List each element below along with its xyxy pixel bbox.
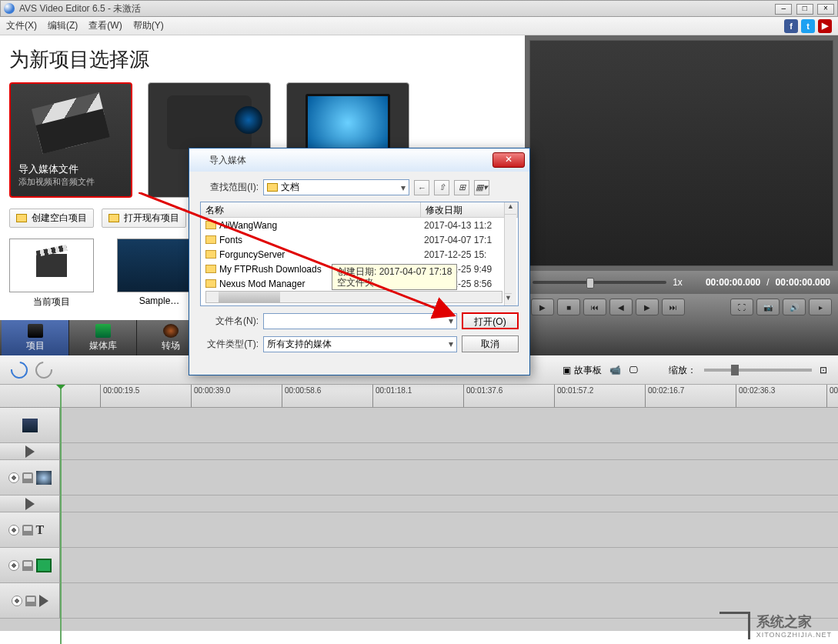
file-list-header[interactable]: 名称 修改日期	[201, 202, 518, 218]
next-frame-button[interactable]: ⏭	[662, 299, 685, 315]
tab-label: 转场	[162, 339, 180, 352]
app-icon	[4, 3, 15, 14]
lock-icon[interactable]	[22, 560, 33, 571]
tab-media-library[interactable]: 媒体库	[69, 320, 137, 355]
undo-button[interactable]	[8, 359, 32, 382]
more-button[interactable]: ▸	[809, 299, 832, 315]
ruler-mark: 00:00:58.6	[282, 385, 321, 407]
redo-button[interactable]	[32, 359, 56, 382]
ruler-mark: 00:02:36.3	[736, 385, 775, 407]
stop-button[interactable]: ■	[557, 299, 580, 315]
filetype-select[interactable]: 所有支持的媒体	[263, 336, 457, 352]
minimize-button[interactable]: –	[775, 4, 792, 15]
time-sep: /	[766, 277, 769, 288]
folder-icon	[16, 214, 27, 222]
fullscreen-button[interactable]: ⛶	[730, 299, 753, 315]
lock-icon[interactable]	[22, 525, 33, 536]
label: 故事板	[574, 364, 602, 377]
folder-icon	[205, 235, 216, 244]
zoom-slider[interactable]	[704, 369, 812, 372]
tooltip: 创建日期: 2017-04-07 17:18 空文件夹	[332, 264, 457, 290]
storyboard-toggle[interactable]: ▣ 故事板	[563, 364, 602, 377]
folder-icon	[267, 183, 278, 192]
eye-icon[interactable]	[8, 472, 19, 483]
lock-icon[interactable]	[25, 596, 36, 606]
zoom-label: 缩放：	[669, 364, 696, 377]
file-row[interactable]: Fonts2017-04-07 17:1	[201, 232, 518, 247]
file-name: AliWangWang	[219, 220, 277, 231]
card-import-subtitle: 添加视频和音频文件	[18, 176, 123, 188]
timeline-tracks: T	[0, 408, 838, 631]
new-folder-button[interactable]: ⊞	[454, 180, 469, 195]
social-icons: f t ▶	[784, 19, 832, 33]
volume-button[interactable]: 🔊	[783, 299, 806, 315]
zoom-fit-button[interactable]: ⊡	[820, 365, 827, 375]
speaker-icon	[25, 445, 35, 458]
btn-open-existing-project[interactable]: 打开现有项目	[102, 209, 186, 228]
speaker-icon	[25, 498, 35, 510]
scope-select[interactable]: 文档	[263, 179, 409, 195]
btn-create-blank-project[interactable]: 创建空白项目	[9, 209, 94, 228]
prev-frame-button[interactable]: ⏮	[583, 299, 606, 315]
close-button[interactable]: ×	[817, 4, 834, 15]
filename-input[interactable]	[263, 313, 457, 329]
menu-file[interactable]: 文件(X)	[6, 19, 37, 32]
ruler-mark: 00:00:39.0	[191, 385, 230, 407]
timeline-ruler[interactable]: 00:00:19.500:00:39.000:00:58.600:01:18.1…	[0, 385, 838, 408]
menu-view[interactable]: 查看(W)	[88, 19, 122, 32]
eye-icon[interactable]	[8, 560, 19, 571]
tab-project[interactable]: 项目	[2, 320, 69, 355]
file-row[interactable]: ForguncyServer2017-12-25 15:	[201, 247, 518, 262]
facebook-icon[interactable]: f	[784, 19, 798, 33]
webcam-icon[interactable]: 📹	[609, 365, 621, 375]
up-button[interactable]: ⇧	[434, 180, 449, 195]
menu-edit[interactable]: 编辑(Z)	[48, 19, 78, 32]
menu-help[interactable]: 帮助(Y)	[133, 19, 164, 32]
track-audio	[0, 583, 838, 619]
screen-icon[interactable]: 🖵	[629, 365, 638, 375]
file-name: My FTPRush Downloads	[219, 264, 322, 275]
step-fwd-button[interactable]: ▶	[636, 299, 659, 315]
twitter-icon[interactable]: t	[801, 19, 815, 33]
dialog-close-button[interactable]: ✕	[492, 152, 525, 168]
file-row[interactable]: AliWangWang2017-04-13 11:2	[201, 218, 518, 232]
dialog-title: 导入媒体	[209, 154, 246, 167]
menu-bar: 文件(X) 编辑(Z) 查看(W) 帮助(Y) f t ▶	[0, 17, 838, 35]
clapper-icon	[32, 92, 110, 154]
preview-speed-bar: 1x 00:00:00.000 / 00:00:00.000	[525, 271, 838, 294]
maximize-button[interactable]: □	[796, 4, 813, 15]
dialog-title-bar[interactable]: 导入媒体 ✕	[189, 148, 529, 172]
step-back-button[interactable]: ◀	[609, 299, 633, 315]
h-scrollbar[interactable]	[205, 291, 502, 303]
speed-label: 1x	[673, 277, 683, 288]
card-import-media[interactable]: 导入媒体文件 添加视频和音频文件	[9, 82, 132, 198]
import-media-dialog: 导入媒体 ✕ 查找范围(I): 文档 ← ⇧ ⊞ ▦▾ 名称 修改日期 AliW…	[189, 148, 530, 375]
playhead[interactable]	[60, 385, 62, 644]
play-button[interactable]: ▶	[531, 299, 554, 315]
eye-icon[interactable]	[8, 525, 19, 536]
eye-icon[interactable]	[12, 596, 22, 606]
tab-label: 媒体库	[89, 339, 117, 352]
lock-icon[interactable]	[22, 472, 33, 483]
watermark-logo-icon	[719, 612, 750, 639]
source-heading: 为新项目选择源	[9, 46, 516, 73]
open-button[interactable]: 打开(O)	[462, 312, 519, 329]
text-track-icon: T	[36, 523, 52, 537]
window-buttons: – □ ×	[773, 2, 834, 15]
v-scrollbar[interactable]: ▲▼	[504, 202, 516, 305]
transition-icon	[163, 324, 179, 338]
back-button[interactable]: ←	[414, 180, 429, 195]
col-name[interactable]: 名称	[201, 202, 421, 217]
track-audio-attached	[0, 443, 838, 460]
folder-icon	[205, 265, 216, 273]
file-date: 2017-04-13 11:2	[424, 220, 492, 231]
snapshot-button[interactable]: 📷	[756, 299, 780, 315]
view-menu-button[interactable]: ▦▾	[474, 180, 489, 195]
file-name: Nexus Mod Manager	[219, 279, 305, 289]
thumb-current-project[interactable]: 当前项目	[9, 239, 94, 309]
youtube-icon[interactable]: ▶	[818, 19, 832, 33]
speed-slider[interactable]	[533, 281, 666, 284]
cancel-button[interactable]: 取消	[462, 335, 519, 352]
file-name: ForguncyServer	[219, 249, 285, 260]
ruler-mark: 00:02:16.7	[645, 385, 684, 407]
